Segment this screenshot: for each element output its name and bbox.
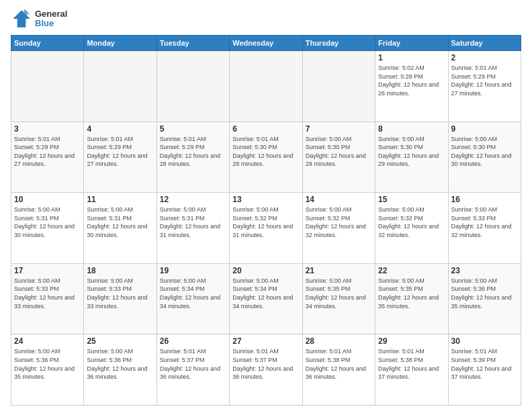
day-number: 3 bbox=[14, 124, 81, 134]
calendar-cell bbox=[11, 51, 84, 122]
day-number: 26 bbox=[160, 336, 226, 346]
calendar-cell bbox=[230, 51, 302, 122]
calendar-cell: 7Sunrise: 5:00 AM Sunset: 5:30 PM Daylig… bbox=[302, 122, 375, 193]
day-number: 2 bbox=[451, 53, 518, 62]
day-info: Sunrise: 5:00 AM Sunset: 5:31 PM Dayligh… bbox=[160, 205, 226, 239]
day-number: 28 bbox=[306, 336, 372, 346]
calendar-cell: 16Sunrise: 5:00 AM Sunset: 5:33 PM Dayli… bbox=[448, 193, 521, 264]
day-number: 7 bbox=[306, 124, 372, 134]
week-row-3: 10Sunrise: 5:00 AM Sunset: 5:31 PM Dayli… bbox=[11, 193, 521, 264]
day-info: Sunrise: 5:00 AM Sunset: 5:34 PM Dayligh… bbox=[232, 277, 299, 310]
calendar-cell: 18Sunrise: 5:00 AM Sunset: 5:33 PM Dayli… bbox=[84, 263, 157, 334]
calendar-cell bbox=[84, 51, 157, 122]
day-info: Sunrise: 5:01 AM Sunset: 5:29 PM Dayligh… bbox=[451, 64, 518, 97]
day-number: 30 bbox=[451, 336, 518, 346]
calendar-cell: 29Sunrise: 5:01 AM Sunset: 5:38 PM Dayli… bbox=[375, 334, 448, 406]
day-info: Sunrise: 5:01 AM Sunset: 5:38 PM Dayligh… bbox=[378, 347, 445, 381]
calendar-cell: 20Sunrise: 5:00 AM Sunset: 5:34 PM Dayli… bbox=[230, 263, 302, 334]
calendar-cell: 9Sunrise: 5:00 AM Sunset: 5:30 PM Daylig… bbox=[448, 122, 521, 193]
day-number: 9 bbox=[451, 124, 518, 134]
day-number: 21 bbox=[306, 266, 372, 275]
calendar-cell: 22Sunrise: 5:00 AM Sunset: 5:35 PM Dayli… bbox=[375, 263, 448, 334]
day-info: Sunrise: 5:02 AM Sunset: 5:28 PM Dayligh… bbox=[378, 64, 445, 97]
day-info: Sunrise: 5:00 AM Sunset: 5:30 PM Dayligh… bbox=[451, 135, 518, 169]
day-info: Sunrise: 5:01 AM Sunset: 5:29 PM Dayligh… bbox=[14, 135, 81, 169]
day-number: 11 bbox=[87, 195, 153, 204]
day-number: 10 bbox=[14, 195, 81, 204]
day-number: 25 bbox=[87, 336, 153, 346]
day-info: Sunrise: 5:00 AM Sunset: 5:36 PM Dayligh… bbox=[14, 347, 81, 381]
day-info: Sunrise: 5:01 AM Sunset: 5:30 PM Dayligh… bbox=[232, 135, 299, 169]
day-number: 6 bbox=[232, 124, 299, 134]
weekday-header-friday: Friday bbox=[375, 36, 448, 51]
calendar-cell: 3Sunrise: 5:01 AM Sunset: 5:29 PM Daylig… bbox=[11, 122, 84, 193]
weekday-header-sunday: Sunday bbox=[11, 36, 84, 51]
day-number: 19 bbox=[160, 266, 226, 275]
calendar-cell: 26Sunrise: 5:01 AM Sunset: 5:37 PM Dayli… bbox=[157, 334, 229, 406]
weekday-header-tuesday: Tuesday bbox=[157, 36, 229, 51]
day-number: 1 bbox=[378, 53, 445, 62]
calendar-cell: 15Sunrise: 5:00 AM Sunset: 5:32 PM Dayli… bbox=[375, 193, 448, 264]
calendar-cell: 21Sunrise: 5:00 AM Sunset: 5:35 PM Dayli… bbox=[302, 263, 375, 334]
calendar-cell: 24Sunrise: 5:00 AM Sunset: 5:36 PM Dayli… bbox=[11, 334, 84, 406]
calendar-cell: 10Sunrise: 5:00 AM Sunset: 5:31 PM Dayli… bbox=[11, 193, 84, 264]
calendar-cell: 30Sunrise: 5:01 AM Sunset: 5:39 PM Dayli… bbox=[448, 334, 521, 406]
day-info: Sunrise: 5:00 AM Sunset: 5:32 PM Dayligh… bbox=[378, 205, 445, 239]
calendar-cell bbox=[302, 51, 375, 122]
calendar-cell: 12Sunrise: 5:00 AM Sunset: 5:31 PM Dayli… bbox=[157, 193, 229, 264]
day-number: 14 bbox=[306, 195, 372, 204]
logo: General Blue bbox=[11, 8, 67, 30]
calendar-cell: 28Sunrise: 5:01 AM Sunset: 5:38 PM Dayli… bbox=[302, 334, 375, 406]
day-info: Sunrise: 5:00 AM Sunset: 5:32 PM Dayligh… bbox=[232, 205, 299, 239]
calendar-cell: 19Sunrise: 5:00 AM Sunset: 5:34 PM Dayli… bbox=[157, 263, 229, 334]
day-number: 24 bbox=[14, 336, 81, 346]
day-number: 23 bbox=[451, 266, 518, 275]
day-info: Sunrise: 5:00 AM Sunset: 5:35 PM Dayligh… bbox=[306, 277, 372, 310]
weekday-header-thursday: Thursday bbox=[302, 36, 375, 51]
day-number: 13 bbox=[232, 195, 299, 204]
calendar-cell: 8Sunrise: 5:00 AM Sunset: 5:30 PM Daylig… bbox=[375, 122, 448, 193]
weekday-header-monday: Monday bbox=[84, 36, 157, 51]
header: General Blue bbox=[11, 8, 521, 30]
day-info: Sunrise: 5:00 AM Sunset: 5:36 PM Dayligh… bbox=[87, 347, 153, 381]
calendar-cell: 1Sunrise: 5:02 AM Sunset: 5:28 PM Daylig… bbox=[375, 51, 448, 122]
calendar-cell: 2Sunrise: 5:01 AM Sunset: 5:29 PM Daylig… bbox=[448, 51, 521, 122]
day-info: Sunrise: 5:01 AM Sunset: 5:29 PM Dayligh… bbox=[160, 135, 226, 169]
day-number: 27 bbox=[232, 336, 299, 346]
logo-icon bbox=[11, 8, 32, 30]
calendar-cell: 4Sunrise: 5:01 AM Sunset: 5:29 PM Daylig… bbox=[84, 122, 157, 193]
day-info: Sunrise: 5:00 AM Sunset: 5:31 PM Dayligh… bbox=[14, 205, 81, 239]
day-number: 18 bbox=[87, 266, 153, 275]
page: General Blue SundayMondayTuesdayWednesda… bbox=[0, 0, 532, 411]
weekday-header-row: SundayMondayTuesdayWednesdayThursdayFrid… bbox=[11, 36, 521, 51]
day-info: Sunrise: 5:00 AM Sunset: 5:30 PM Dayligh… bbox=[306, 135, 372, 169]
weekday-header-saturday: Saturday bbox=[448, 36, 521, 51]
calendar-table: SundayMondayTuesdayWednesdayThursdayFrid… bbox=[11, 35, 521, 406]
calendar-cell: 14Sunrise: 5:00 AM Sunset: 5:32 PM Dayli… bbox=[302, 193, 375, 264]
calendar-cell: 17Sunrise: 5:00 AM Sunset: 5:33 PM Dayli… bbox=[11, 263, 84, 334]
calendar-cell: 27Sunrise: 5:01 AM Sunset: 5:37 PM Dayli… bbox=[230, 334, 302, 406]
day-info: Sunrise: 5:00 AM Sunset: 5:36 PM Dayligh… bbox=[451, 277, 518, 310]
day-number: 5 bbox=[160, 124, 226, 134]
week-row-2: 3Sunrise: 5:01 AM Sunset: 5:29 PM Daylig… bbox=[11, 122, 521, 193]
day-number: 8 bbox=[378, 124, 445, 134]
day-info: Sunrise: 5:00 AM Sunset: 5:30 PM Dayligh… bbox=[378, 135, 445, 169]
week-row-1: 1Sunrise: 5:02 AM Sunset: 5:28 PM Daylig… bbox=[11, 51, 521, 122]
week-row-5: 24Sunrise: 5:00 AM Sunset: 5:36 PM Dayli… bbox=[11, 334, 521, 406]
day-info: Sunrise: 5:00 AM Sunset: 5:35 PM Dayligh… bbox=[378, 277, 445, 310]
calendar-cell: 6Sunrise: 5:01 AM Sunset: 5:30 PM Daylig… bbox=[230, 122, 302, 193]
day-number: 22 bbox=[378, 266, 445, 275]
day-info: Sunrise: 5:01 AM Sunset: 5:37 PM Dayligh… bbox=[160, 347, 226, 381]
day-info: Sunrise: 5:00 AM Sunset: 5:33 PM Dayligh… bbox=[14, 277, 81, 310]
day-info: Sunrise: 5:01 AM Sunset: 5:29 PM Dayligh… bbox=[87, 135, 153, 169]
day-number: 29 bbox=[378, 336, 445, 346]
calendar-cell: 13Sunrise: 5:00 AM Sunset: 5:32 PM Dayli… bbox=[230, 193, 302, 264]
logo-text: General Blue bbox=[35, 9, 67, 29]
day-number: 12 bbox=[160, 195, 226, 204]
calendar-cell: 25Sunrise: 5:00 AM Sunset: 5:36 PM Dayli… bbox=[84, 334, 157, 406]
day-info: Sunrise: 5:00 AM Sunset: 5:34 PM Dayligh… bbox=[160, 277, 226, 310]
day-number: 15 bbox=[378, 195, 445, 204]
day-info: Sunrise: 5:00 AM Sunset: 5:33 PM Dayligh… bbox=[87, 277, 153, 310]
calendar-cell: 23Sunrise: 5:00 AM Sunset: 5:36 PM Dayli… bbox=[448, 263, 521, 334]
day-number: 20 bbox=[232, 266, 299, 275]
